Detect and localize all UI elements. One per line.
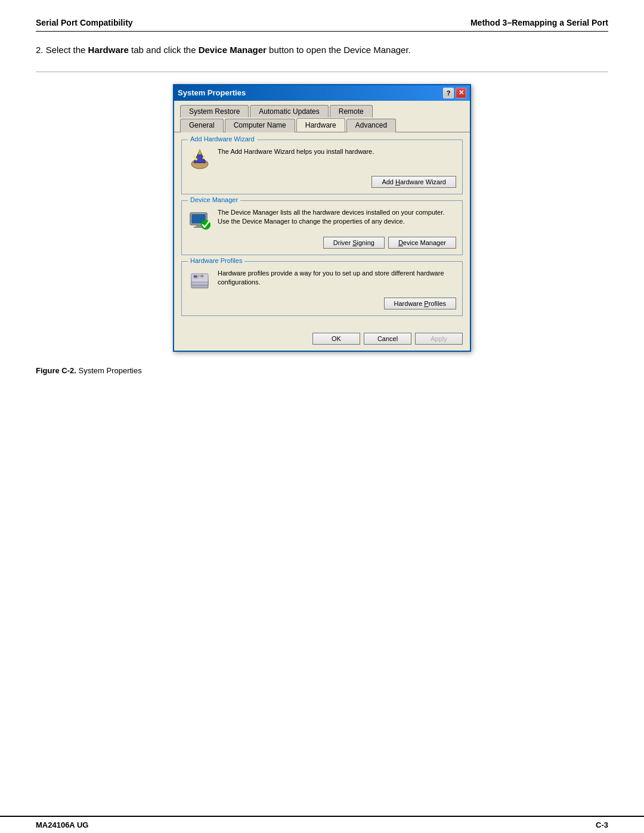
divider — [36, 72, 608, 72]
close-button[interactable]: ✕ — [456, 88, 466, 98]
dialog-body: Add Hardware Wizard — [174, 132, 470, 328]
instruction-bold2: Device Manager — [199, 45, 267, 55]
svg-marker-2 — [198, 149, 202, 154]
add-hardware-title: Add Hardware Wizard — [188, 135, 257, 143]
instruction-prefix: 2. Select the — [36, 45, 88, 55]
add-hardware-icon: ★ ★ — [188, 147, 212, 171]
device-manager-buttons: Driver Signing Device Manager — [188, 237, 456, 249]
add-hardware-section: Add Hardware Wizard — [181, 140, 463, 194]
tab-automatic-updates[interactable]: Automatic Updates — [250, 105, 328, 117]
tab-advanced[interactable]: Advanced — [346, 119, 396, 132]
dialog-wrapper: System Properties ? ✕ System Restore Aut… — [36, 84, 608, 352]
tab-general[interactable]: General — [180, 119, 224, 132]
cancel-button[interactable]: Cancel — [364, 333, 411, 345]
footer-left: MA24106A UG — [36, 820, 88, 829]
tab-hardware[interactable]: Hardware — [296, 118, 345, 132]
title-bar-left: System Properties — [178, 88, 246, 97]
dialog-footer: OK Cancel Apply — [174, 328, 470, 351]
tab-system-restore[interactable]: System Restore — [180, 105, 249, 117]
device-manager-button[interactable]: Device Manager — [388, 237, 456, 249]
device-manager-content: The Device Manager lists all the hardwar… — [188, 208, 456, 232]
tab-row-top: System Restore Automatic Updates Remote — [180, 104, 464, 117]
system-properties-dialog: System Properties ? ✕ System Restore Aut… — [173, 84, 471, 352]
header-right: Method 3–Remapping a Serial Port — [470, 18, 608, 27]
hardware-profiles-title: Hardware Profiles — [188, 257, 244, 264]
title-bar: System Properties ? ✕ — [174, 85, 470, 101]
tab-row-bottom: General Computer Name Hardware Advanced — [180, 118, 464, 132]
footer-right: C-3 — [596, 820, 608, 829]
hardware-profiles-content: Hardware profiles provide a way for you … — [188, 269, 456, 293]
driver-signing-button[interactable]: Driver Signing — [323, 237, 385, 249]
title-bar-buttons: ? ✕ — [443, 88, 466, 98]
instruction-text: 2. Select the Hardware tab and click the… — [36, 44, 608, 57]
wizard-svg: ★ ★ — [188, 147, 212, 171]
figure-caption: Figure C-2. System Properties — [36, 366, 608, 375]
hardware-profiles-svg — [188, 269, 212, 293]
add-hardware-content: ★ ★ The Add Hardware Wizard helps you in… — [188, 147, 456, 171]
svg-rect-9 — [196, 225, 201, 227]
svg-point-16 — [201, 275, 203, 277]
tab-remote[interactable]: Remote — [330, 105, 373, 117]
device-manager-svg — [188, 208, 212, 232]
device-manager-icon — [188, 208, 212, 232]
add-hardware-buttons: Add Hardware Wizard — [188, 176, 456, 188]
hardware-profiles-buttons: Hardware Profiles — [188, 298, 456, 309]
figure-text: System Properties — [79, 366, 142, 375]
add-hardware-wizard-button[interactable]: Add Hardware Wizard — [371, 176, 456, 188]
device-manager-section: Device Manager — [181, 200, 463, 255]
figure-label: Figure C-2. — [36, 366, 76, 375]
device-manager-description: The Device Manager lists all the hardwar… — [218, 208, 456, 227]
instruction-suffix: button to open the Device Manager. — [267, 45, 411, 55]
instruction-middle: tab and click the — [129, 45, 199, 55]
help-button[interactable]: ? — [443, 88, 454, 98]
hardware-profiles-description: Hardware profiles provide a way for you … — [218, 269, 456, 287]
page-footer: MA24106A UG C-3 — [0, 816, 644, 833]
svg-text:★: ★ — [193, 155, 196, 159]
tabs-container: System Restore Automatic Updates Remote … — [174, 101, 470, 132]
hardware-profiles-icon — [188, 269, 212, 293]
svg-text:★: ★ — [203, 154, 206, 157]
tab-computer-name[interactable]: Computer Name — [225, 119, 295, 132]
device-manager-title: Device Manager — [188, 196, 240, 203]
header-row: Serial Port Compatibility Method 3–Remap… — [36, 18, 608, 32]
page-container: Serial Port Compatibility Method 3–Remap… — [0, 0, 644, 833]
ok-button[interactable]: OK — [312, 333, 360, 345]
hardware-profiles-button[interactable]: Hardware Profiles — [384, 298, 456, 309]
hardware-profiles-section: Hardware Profiles — [181, 261, 463, 316]
svg-rect-18 — [194, 275, 197, 277]
apply-button[interactable]: Apply — [415, 333, 463, 345]
dialog-title: System Properties — [178, 88, 246, 97]
add-hardware-description: The Add Hardware Wizard helps you instal… — [218, 147, 456, 156]
header-left: Serial Port Compatibility — [36, 18, 133, 27]
instruction-bold1: Hardware — [88, 45, 129, 55]
